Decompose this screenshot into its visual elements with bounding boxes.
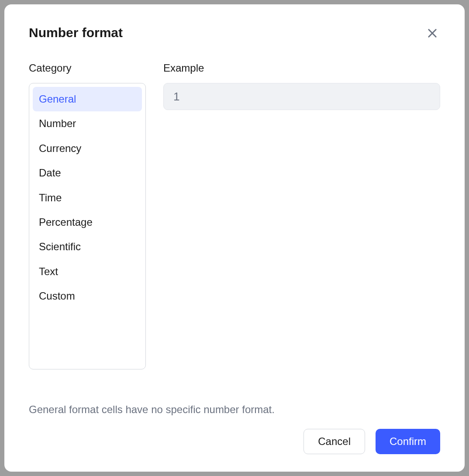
category-item-scientific[interactable]: Scientific [33,235,142,259]
category-item-date[interactable]: Date [33,161,142,185]
close-button[interactable] [424,25,440,41]
confirm-button[interactable]: Confirm [376,429,440,454]
example-label: Example [163,62,440,74]
category-label: Category [29,62,146,74]
category-item-number[interactable]: Number [33,111,142,136]
cancel-button[interactable]: Cancel [303,429,365,454]
format-description: General format cells have no specific nu… [29,404,440,416]
example-field: 1 [163,83,440,110]
category-item-percentage[interactable]: Percentage [33,210,142,235]
dialog-header: Number format [29,25,440,41]
category-item-text[interactable]: Text [33,259,142,284]
dialog-body: Category GeneralNumberCurrencyDateTimePe… [29,62,440,390]
close-icon [426,27,438,39]
category-item-custom[interactable]: Custom [33,284,142,308]
category-column: Category GeneralNumberCurrencyDateTimePe… [29,62,146,390]
number-format-dialog: Number format Category GeneralNumberCurr… [4,4,465,472]
category-item-general[interactable]: General [33,87,142,111]
example-value: 1 [173,90,179,103]
dialog-footer: Cancel Confirm [29,429,440,454]
category-list[interactable]: GeneralNumberCurrencyDateTimePercentageS… [29,83,146,369]
dialog-title: Number format [29,25,123,40]
example-column: Example 1 [163,62,440,390]
category-item-currency[interactable]: Currency [33,136,142,161]
category-item-time[interactable]: Time [33,186,142,210]
